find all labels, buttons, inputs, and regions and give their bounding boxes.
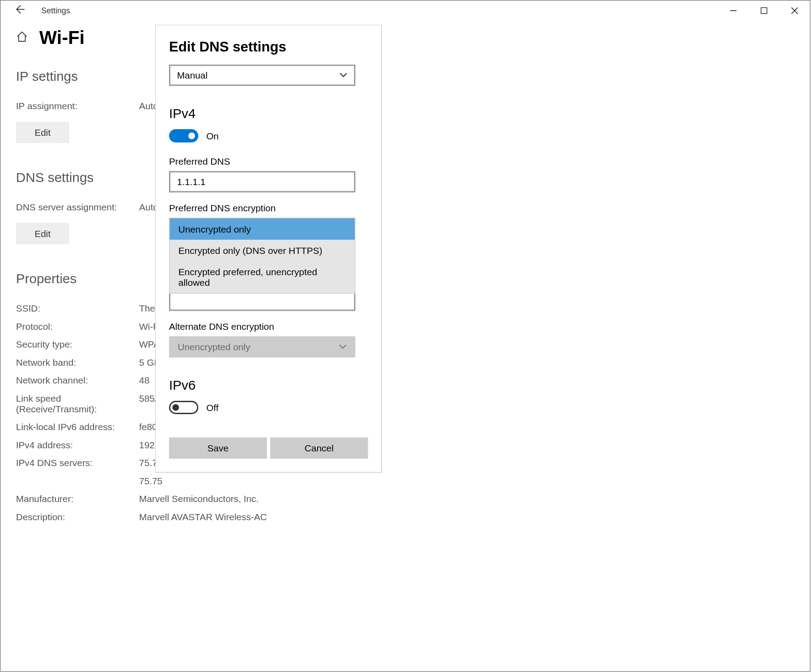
preferred-dns-label: Preferred DNS [169,156,368,166]
property-row: SSID:The [16,303,795,314]
property-row: IPv4 address:192.1 [16,439,795,450]
property-label: SSID: [16,303,139,314]
cancel-button[interactable]: Cancel [270,438,368,459]
home-icon[interactable] [16,30,28,46]
property-value: The [139,303,155,314]
ipv6-toggle[interactable] [169,401,198,414]
back-button[interactable] [14,4,25,17]
minimize-button[interactable] [718,1,749,21]
svg-rect-0 [761,8,767,14]
property-row: Security type:WPA [16,339,795,350]
dialog-title: Edit DNS settings [169,39,368,55]
property-label: Link-local IPv6 address: [16,422,139,432]
property-row: IPv4 DNS servers:75.75 [16,458,795,468]
ipv6-toggle-label: Off [206,402,219,413]
dns-mode-select[interactable]: Manual [169,65,355,86]
ipv4-toggle-label: On [206,130,219,141]
property-row: Protocol:Wi-F [16,321,795,332]
property-value: 75.75 [139,475,163,486]
dropdown-option-encrypted-preferred[interactable]: Encrypted preferred, unencrypted allowed [170,261,355,293]
preferred-dns-input[interactable]: 1.1.1.1 [169,171,355,193]
property-row: Manufacturer:Marvell Semiconductors, Inc… [16,494,795,504]
ipv6-heading: IPv6 [169,378,368,393]
ip-edit-button[interactable]: Edit [16,122,69,143]
property-label [16,475,139,486]
page-title: Wi-Fi [39,28,85,49]
preferred-encryption-field-behind [169,294,355,311]
property-row: Description:Marvell AVASTAR Wireless-AC [16,511,795,522]
ip-settings-heading: IP settings [16,69,795,84]
alternate-encryption-label: Alternate DNS encryption [169,321,368,332]
ipv4-heading: IPv4 [169,106,368,122]
window-title: Settings [41,6,70,16]
property-label: Network band: [16,357,139,368]
property-label: Protocol: [16,321,139,332]
dns-settings-heading: DNS settings [16,170,795,186]
property-row: Link-local IPv6 address:fe80 [16,422,795,432]
chevron-down-icon [339,71,347,80]
dns-edit-button[interactable]: Edit [16,223,69,245]
property-label: IPv4 DNS servers: [16,458,139,468]
property-value: Marvell AVASTAR Wireless-AC [139,511,267,522]
property-row: Network band:5 GH [16,357,795,368]
property-label: Network channel: [16,375,139,386]
close-button[interactable] [780,1,810,21]
chevron-down-icon [339,342,347,352]
property-label: IPv4 address: [16,439,139,450]
property-row: Network channel:48 [16,375,795,386]
dropdown-option-encrypted-only[interactable]: Encrypted only (DNS over HTTPS) [170,240,355,261]
property-value: 585/ [139,393,157,414]
ip-assignment-label: IP assignment: [16,101,139,111]
save-button[interactable]: Save [169,438,267,459]
property-value: 48 [139,375,150,386]
dns-mode-value: Manual [177,70,208,81]
dns-assignment-label: DNS server assignment: [16,202,139,213]
property-label: Description: [16,511,139,522]
property-value: Marvell Semiconductors, Inc. [139,494,259,504]
preferred-encryption-label: Preferred DNS encryption [169,202,368,213]
property-label: Link speed (Receive/Transmit): [16,393,139,414]
properties-heading: Properties [16,271,795,287]
ipv4-toggle[interactable] [169,129,198,142]
property-row: Link speed (Receive/Transmit):585/ [16,393,795,414]
preferred-encryption-dropdown[interactable]: Unencrypted only Encrypted only (DNS ove… [169,218,355,294]
property-value: fe80 [139,422,157,432]
edit-dns-dialog: Edit DNS settings Manual IPv4 On Preferr… [155,25,382,473]
maximize-button[interactable] [749,1,780,21]
property-label: Security type: [16,339,139,350]
alternate-encryption-select: Unencrypted only [169,336,355,358]
property-label: Manufacturer: [16,494,139,504]
property-row: 75.75 [16,475,795,486]
dropdown-option-unencrypted[interactable]: Unencrypted only [170,218,355,240]
